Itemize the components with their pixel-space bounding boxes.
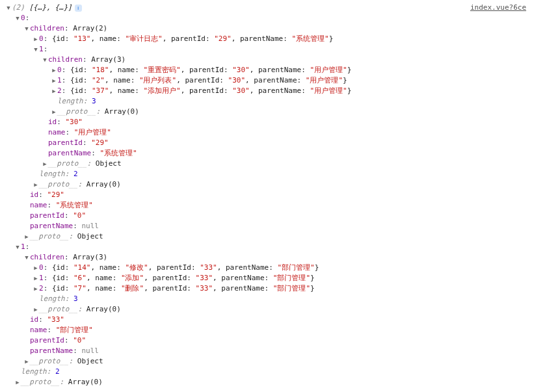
disclosure-triangle-icon[interactable]: ▶ [33,179,39,190]
tree-node[interactable]: ▼children: Array(3) [5,55,529,65]
tree-leaf: parentId: "29" [5,138,529,148]
tree-node[interactable]: ▶__proto__: Object [5,159,529,169]
disclosure-triangle-icon[interactable]: ▶ [33,273,39,283]
tree-node[interactable]: ▶0: {id: "13", name: "审计日志", parentId: "… [5,34,529,44]
disclosure-triangle-icon[interactable]: ▶ [42,159,48,169]
disclosure-triangle-icon[interactable]: ▼ [23,252,30,263]
tree-leaf: length: 2 [5,169,529,179]
tree-node[interactable]: ▶__proto__: Array(0) [5,107,529,117]
tree-node[interactable]: ▶__proto__: Array(0) [5,377,529,387]
disclosure-triangle-icon[interactable]: ▶ [51,75,57,86]
disclosure-triangle-icon[interactable]: ▶ [23,231,30,242]
tree-leaf: parentId: "0" [5,335,529,346]
disclosure-triangle-icon[interactable]: ▼ [42,55,48,65]
tree-node[interactable]: ▼1: [5,242,529,252]
tree-leaf: id: "29" [5,190,529,200]
disclosure-triangle-icon[interactable]: ▶ [51,86,57,96]
tree-node[interactable]: ▶2: {id: "37", name: "添加用户", parentId: "… [5,86,529,96]
tree-node[interactable]: ▼children: Array(2) [5,23,529,34]
disclosure-triangle-icon[interactable]: ▼ [5,3,12,13]
tree-node[interactable]: ▶__proto__: Array(0) [5,179,529,190]
tree-leaf: length: 3 [5,294,529,304]
tree-leaf: name: "系统管理" [5,200,529,211]
disclosure-triangle-icon[interactable]: ▶ [33,263,39,273]
disclosure-triangle-icon[interactable]: ▶ [33,304,39,315]
tree-node[interactable]: ▶0: {id: "18", name: "重置密码", parentId: "… [5,65,529,75]
disclosure-triangle-icon[interactable]: ▶ [14,377,21,387]
disclosure-triangle-icon[interactable]: ▼ [14,242,21,252]
disclosure-triangle-icon[interactable]: ▶ [51,65,57,75]
tree-node[interactable]: ▶1: {id: "2", name: "用户列表", parentId: "3… [5,75,529,86]
disclosure-triangle-icon[interactable]: ▶ [51,107,57,117]
tree-node[interactable]: ▶__proto__: Array(0) [5,304,529,315]
disclosure-triangle-icon[interactable]: ▼ [14,13,21,23]
disclosure-triangle-icon[interactable]: ▶ [33,283,39,294]
tree-node[interactable]: ▶__proto__: Object [5,356,529,367]
disclosure-triangle-icon[interactable]: ▶ [33,34,39,44]
tree-leaf: name: "用户管理" [5,127,529,138]
tree-leaf: parentId: "0" [5,211,529,221]
tree-node[interactable]: ▶__proto__: Object [5,231,529,242]
disclosure-triangle-icon[interactable]: ▼ [33,44,39,55]
tree-leaf: parentName: "系统管理" [5,148,529,159]
tree-node[interactable]: ▶2: {id: "7", name: "删除", parentId: "33"… [5,283,529,294]
tree-leaf: length: 2 [5,367,529,377]
tree-node[interactable]: ▼children: Array(3) [5,252,529,263]
tree-node[interactable]: ▼0: [5,13,529,23]
info-icon[interactable]: i [75,5,82,12]
tree-leaf: id: "33" [5,315,529,325]
tree-leaf: parentName: null [5,346,529,356]
source-link[interactable]: index.vue?6ce [470,3,526,13]
tree-node[interactable]: ▼1: [5,44,529,55]
tree-leaf: name: "部门管理" [5,325,529,335]
tree-leaf: id: "30" [5,117,529,127]
log-summary[interactable]: ▼(2) [{…}, {…}]i [5,3,82,13]
tree-node[interactable]: ▶0: {id: "14", name: "修改", parentId: "33… [5,263,529,273]
disclosure-triangle-icon[interactable]: ▼ [23,23,30,34]
tree-leaf: parentName: null [5,221,529,231]
tree-leaf: length: 3 [5,96,529,107]
log-header: ▼(2) [{…}, {…}]i index.vue?6ce [5,3,529,13]
tree-node[interactable]: ▶1: {id: "6", name: "添加", parentId: "33"… [5,273,529,283]
disclosure-triangle-icon[interactable]: ▶ [23,356,30,367]
